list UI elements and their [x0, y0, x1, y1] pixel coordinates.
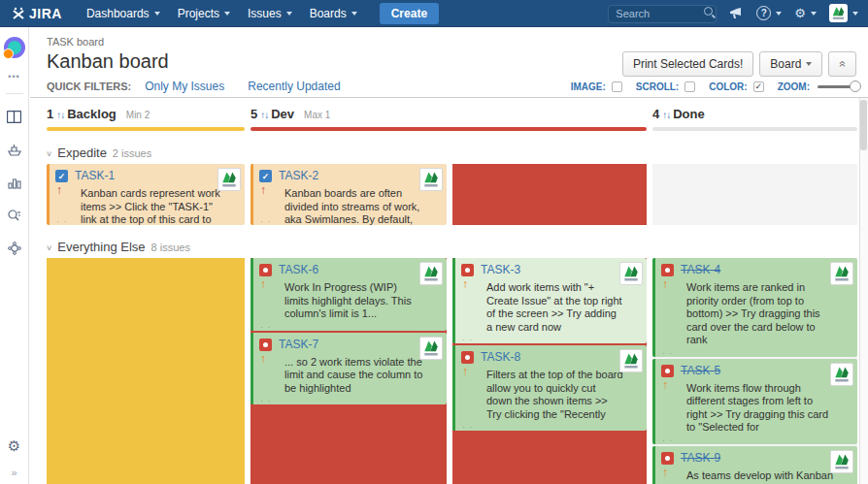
print-selected-cards-button[interactable]: Print Selected Cards! [622, 51, 753, 77]
card-key-link[interactable]: TASK-3 [481, 263, 520, 276]
card-key-link[interactable]: TASK-7 [279, 338, 318, 351]
nav-boards[interactable]: Boards [310, 7, 357, 20]
card-task-3[interactable]: TASK-3 ↑ Add work items with "+ Create I… [452, 258, 647, 343]
collapse-header-button[interactable]: » [828, 51, 856, 77]
priority-high-icon: ↑ [662, 467, 668, 478]
card-summary: ... so 2 work items violate the limit an… [284, 356, 423, 396]
card-key-link[interactable]: TASK-8 [481, 350, 520, 364]
double-chevron-up-icon: » [838, 61, 848, 68]
color-checkbox[interactable]: ✓ [753, 81, 764, 92]
card-key-link[interactable]: TASK-1 [75, 169, 115, 182]
card-task-7[interactable]: TASK-7 ↑ ... so 2 work items violate the… [250, 333, 447, 405]
zoom-slider-thumb[interactable] [850, 81, 861, 92]
nav-boards-label: Boards [310, 7, 347, 20]
settings-menu[interactable]: ⚙ [794, 6, 817, 20]
board-scrollbar-thumb[interactable] [860, 100, 867, 150]
bug-type-icon [661, 365, 674, 377]
jira-logo[interactable]: JIRA [12, 6, 62, 21]
priority-high-icon: ↑ [260, 278, 266, 290]
filter-recently-updated[interactable]: Recently Updated [248, 80, 340, 93]
assignee-avatar [830, 450, 853, 473]
nav-projects[interactable]: Projects [178, 7, 230, 20]
image-checkbox[interactable] [612, 81, 622, 92]
column-header-done: 4 ↑↓ Done [652, 98, 857, 121]
nav-dashboards-label: Dashboards [86, 7, 150, 20]
assignee-avatar [619, 262, 643, 285]
breadcrumb[interactable]: TASK board [47, 36, 104, 48]
project-avatar[interactable] [4, 37, 25, 58]
card-summary: Work items are ranked in priority order … [686, 281, 834, 347]
assignee-avatar [419, 168, 443, 191]
board-menu-label: Board [770, 57, 801, 71]
cell-dev-left: TASK-2 ↑ Kanban boards are often divided… [250, 164, 447, 225]
search-box [608, 4, 717, 22]
card-task-6[interactable]: TASK-6 ↑ Work In Progress (WIP) limits h… [250, 258, 447, 331]
sidebar-item-issues-search[interactable] [0, 201, 29, 230]
jira-logo-icon [12, 7, 25, 20]
card-key-link[interactable]: TASK-9 [681, 451, 720, 465]
page-title: Kanban board [47, 50, 169, 73]
card-task-5[interactable]: TASK-5 ↑ Work items flow through differe… [652, 359, 857, 444]
swimlane-header-expedite[interactable]: ˅ Expedite 2 issues [47, 145, 868, 160]
zoom-slider[interactable] [818, 85, 856, 88]
board-icon [7, 111, 21, 123]
card-key-link[interactable]: TASK-6 [279, 263, 318, 276]
nav-issues[interactable]: Issues [248, 7, 292, 20]
gear-icon: ⚙ [794, 6, 806, 20]
cell-backlog-min-violation [47, 258, 245, 484]
top-navbar: JIRA Dashboards Projects Issues Boards C… [0, 0, 868, 27]
card-key-link[interactable]: TASK-4 [681, 263, 720, 276]
jira-logo-text: JIRA [29, 6, 62, 21]
card-key-link[interactable]: TASK-5 [681, 364, 720, 377]
sidebar-item-components[interactable] [0, 234, 29, 263]
dev-name: Dev [271, 107, 294, 121]
backlog-count: 1 [47, 107, 53, 121]
sidebar-divider [6, 93, 23, 94]
cell-done: TASK-4 ↑ Work items are ranked in priori… [652, 258, 857, 484]
card-task-1[interactable]: TASK-1 ↑ Kanban cards represent work ite… [47, 164, 245, 225]
sort-arrows-icon: ↑↓ [260, 110, 268, 120]
color-toggle-label: COLOR: [709, 81, 747, 92]
create-button[interactable]: Create [380, 3, 439, 24]
filter-only-my-issues[interactable]: Only My Issues [145, 80, 224, 93]
assignee-avatar [830, 363, 853, 386]
expand-sidebar-icon[interactable]: » [11, 467, 17, 478]
sidebar-item-board[interactable] [0, 102, 29, 131]
search-input[interactable] [608, 5, 717, 23]
chevron-down-icon [806, 62, 812, 66]
more-icon[interactable]: ••• [8, 72, 19, 81]
card-task-9[interactable]: TASK-9 ↑ As teams develop with Kanban th… [652, 446, 857, 484]
nav-dashboards[interactable]: Dashboards [86, 7, 160, 20]
cell-done-empty [652, 164, 857, 225]
done-count: 4 [652, 107, 659, 121]
card-summary: Add work items with "+ Create Issue" at … [486, 281, 623, 334]
board-scrollbar[interactable] [859, 98, 868, 484]
scroll-checkbox[interactable] [684, 81, 695, 92]
megaphone-icon[interactable] [729, 7, 744, 19]
scroll-toggle-label: SCROLL: [636, 81, 679, 92]
card-task-2[interactable]: TASK-2 ↑ Kanban boards are often divided… [250, 164, 447, 225]
chevron-down-icon [286, 12, 292, 16]
swimlane-header-everything-else[interactable]: ˅ Everything Else 8 issues [47, 240, 868, 254]
quick-filters-label: QUICK FILTERS: [47, 81, 131, 92]
priority-high-icon: ↑ [662, 379, 668, 391]
nav-projects-label: Projects [178, 7, 219, 20]
cell-backlog: TASK-1 ↑ Kanban cards represent work ite… [47, 164, 245, 225]
card-task-4[interactable]: TASK-4 ↑ Work items are ranked in priori… [652, 258, 857, 357]
card-task-8[interactable]: TASK-8 ↑ Filters at the top of the board… [452, 345, 647, 431]
card-key-link[interactable]: TASK-2 [279, 169, 318, 182]
cell-dev-left: TASK-6 ↑ Work In Progress (WIP) limits h… [250, 258, 447, 484]
user-menu[interactable] [829, 4, 858, 22]
sidebar-item-releases[interactable] [0, 135, 29, 164]
swimlane-expedite-cells: TASK-1 ↑ Kanban cards represent work ite… [30, 164, 868, 225]
priority-high-icon: ↑ [260, 353, 266, 365]
done-column-bar [652, 127, 857, 131]
sidebar-item-reports[interactable] [0, 168, 29, 197]
bar-chart-icon [8, 177, 21, 189]
bug-type-icon [661, 264, 674, 276]
assignee-avatar [419, 337, 443, 360]
help-menu[interactable]: ? [756, 6, 782, 20]
project-sidebar: ••• ⚙ » [0, 27, 29, 484]
board-menu-button[interactable]: Board [759, 51, 822, 77]
board-settings-gear-icon[interactable]: ⚙ [8, 437, 20, 455]
